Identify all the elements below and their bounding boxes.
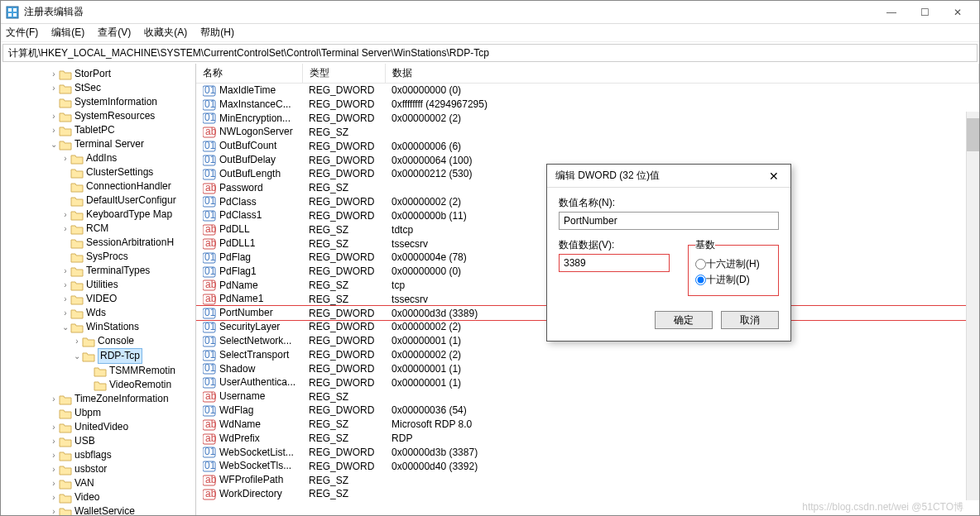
svg-text:011: 011 bbox=[204, 266, 216, 277]
svg-text:011: 011 bbox=[204, 405, 216, 416]
svg-text:011: 011 bbox=[204, 99, 216, 110]
menu-help[interactable]: 帮助(H) bbox=[200, 26, 234, 40]
svg-rect-1 bbox=[8, 8, 12, 12]
table-row[interactable]: 011UserAuthentica...REG_DWORD0x00000001 … bbox=[196, 375, 979, 389]
table-row[interactable]: 011MaxIdleTimeREG_DWORD0x00000000 (0) bbox=[196, 84, 979, 98]
tree-item[interactable]: ›TimeZoneInformation bbox=[14, 392, 195, 406]
tree-item[interactable]: ClusterSettings bbox=[14, 165, 195, 179]
table-row[interactable]: 011SelectTransportREG_DWORD0x00000002 (2… bbox=[196, 348, 979, 362]
svg-text:011: 011 bbox=[204, 196, 216, 207]
tree-item[interactable]: ›UnitedVideo bbox=[14, 420, 195, 434]
table-row[interactable]: 011MaxInstanceC...REG_DWORD0xffffffff (4… bbox=[196, 98, 979, 112]
vertical-scrollbar[interactable] bbox=[966, 112, 979, 500]
tree-item[interactable]: VideoRemotin bbox=[14, 378, 195, 392]
value-name-input[interactable] bbox=[559, 212, 779, 230]
svg-text:ab: ab bbox=[205, 280, 216, 290]
tree-item[interactable]: ⌄RDP-Tcp bbox=[14, 348, 195, 364]
tree-item[interactable]: ›StorPort bbox=[14, 67, 195, 81]
svg-text:011: 011 bbox=[204, 363, 216, 374]
table-row[interactable]: abWdPrefixREG_SZRDP bbox=[196, 432, 979, 446]
tree-item[interactable]: ›AddIns bbox=[14, 151, 195, 165]
svg-text:ab: ab bbox=[205, 183, 216, 194]
tree-item[interactable]: ›Console bbox=[14, 334, 195, 348]
value-data-input[interactable] bbox=[559, 254, 670, 272]
radio-dec[interactable]: 十进制(D) bbox=[695, 273, 771, 287]
address-text: 计算机\HKEY_LOCAL_MACHINE\SYSTEM\CurrentCon… bbox=[8, 46, 489, 60]
tree-item[interactable]: ›usbflags bbox=[14, 448, 195, 462]
value-data-label: 数值数据(V): bbox=[559, 238, 670, 252]
svg-text:ab: ab bbox=[205, 238, 216, 249]
tree-item[interactable]: ConnectionHandler bbox=[14, 179, 195, 194]
tree-item[interactable]: SysProcs bbox=[14, 250, 195, 264]
menu-file[interactable]: 文件(F) bbox=[6, 26, 38, 40]
titlebar[interactable]: 注册表编辑器 — ☐ ✕ bbox=[1, 1, 979, 24]
table-row[interactable]: abNWLogonServerREG_SZ bbox=[196, 125, 979, 139]
tree-item[interactable]: DefaultUserConfigur bbox=[14, 194, 195, 208]
table-row[interactable]: 011WebSocketTls...REG_DWORD0x00000d40 (3… bbox=[196, 459, 979, 473]
tree-item[interactable]: ›usbstor bbox=[14, 462, 195, 476]
table-row[interactable]: 011MinEncryption...REG_DWORD0x00000002 (… bbox=[196, 112, 979, 126]
tree-item[interactable]: TSMMRemotin bbox=[14, 364, 195, 378]
table-row[interactable]: abWFProfilePathREG_SZ bbox=[196, 473, 979, 487]
tree-item[interactable]: ›KeyboardType Map bbox=[14, 208, 195, 222]
dialog-close-icon[interactable]: ✕ bbox=[766, 170, 782, 183]
col-name[interactable]: 名称 bbox=[196, 64, 302, 84]
cancel-button[interactable]: 取消 bbox=[721, 311, 779, 329]
close-button[interactable]: ✕ bbox=[941, 7, 974, 18]
svg-text:ab: ab bbox=[205, 475, 216, 485]
svg-text:ab: ab bbox=[205, 419, 216, 430]
svg-rect-3 bbox=[8, 13, 12, 17]
table-row[interactable]: 011WebSocketList...REG_DWORD0x00000d3b (… bbox=[196, 446, 979, 460]
maximize-button[interactable]: ☐ bbox=[908, 7, 941, 18]
menu-fav[interactable]: 收藏夹(A) bbox=[144, 26, 187, 40]
table-row[interactable]: abUsernameREG_SZ bbox=[196, 389, 979, 404]
col-type[interactable]: 类型 bbox=[302, 64, 385, 84]
tree-item[interactable]: ›USB bbox=[14, 434, 195, 448]
value-name-label: 数值名称(N): bbox=[559, 196, 779, 210]
tree-item[interactable]: ›RCM bbox=[14, 222, 195, 236]
table-row[interactable]: 011WdFlagREG_DWORD0x00000036 (54) bbox=[196, 404, 979, 418]
tree-item[interactable]: Ubpm bbox=[14, 406, 195, 420]
tree-item[interactable]: ›SystemResources bbox=[14, 109, 195, 123]
tree-item[interactable]: ›Wds bbox=[14, 306, 195, 320]
base-legend: 基数 bbox=[695, 238, 715, 252]
tree-item[interactable]: ›VIDEO bbox=[14, 292, 195, 306]
registry-editor-window: 注册表编辑器 — ☐ ✕ 文件(F) 编辑(E) 查看(V) 收藏夹(A) 帮助… bbox=[0, 0, 980, 516]
dialog-titlebar[interactable]: 编辑 DWORD (32 位)值 ✕ bbox=[547, 165, 790, 188]
svg-text:ab: ab bbox=[205, 391, 216, 402]
tree-item[interactable]: ›TerminalTypes bbox=[14, 264, 195, 278]
table-row[interactable]: 011ShadowREG_DWORD0x00000001 (1) bbox=[196, 362, 979, 376]
registry-tree[interactable]: ›StorPort›StSecSystemInformation›SystemR… bbox=[1, 64, 196, 515]
svg-text:011: 011 bbox=[204, 210, 216, 221]
menu-edit[interactable]: 编辑(E) bbox=[51, 26, 84, 40]
col-data[interactable]: 数据 bbox=[385, 64, 978, 84]
table-row[interactable]: abWdNameREG_SZMicrosoft RDP 8.0 bbox=[196, 418, 979, 432]
radio-hex[interactable]: 十六进制(H) bbox=[695, 257, 771, 271]
tree-item[interactable]: ›Utilities bbox=[14, 278, 195, 292]
tree-item[interactable]: ›StSec bbox=[14, 81, 195, 95]
table-row[interactable]: 011OutBufCountREG_DWORD0x00000006 (6) bbox=[196, 139, 979, 153]
ok-button[interactable]: 确定 bbox=[655, 311, 713, 329]
tree-item[interactable]: SessionArbitrationH bbox=[14, 236, 195, 250]
table-row[interactable]: abWorkDirectoryREG_SZ bbox=[196, 487, 979, 501]
svg-text:011: 011 bbox=[204, 322, 216, 332]
svg-text:ab: ab bbox=[205, 224, 216, 235]
minimize-button[interactable]: — bbox=[875, 7, 908, 18]
svg-text:011: 011 bbox=[204, 169, 216, 179]
menubar: 文件(F) 编辑(E) 查看(V) 收藏夹(A) 帮助(H) bbox=[1, 24, 979, 42]
svg-text:011: 011 bbox=[204, 85, 216, 96]
tree-item[interactable]: ⌄Terminal Server bbox=[14, 137, 195, 151]
menu-view[interactable]: 查看(V) bbox=[98, 26, 131, 40]
svg-text:ab: ab bbox=[205, 433, 216, 444]
address-bar[interactable]: 计算机\HKEY_LOCAL_MACHINE\SYSTEM\CurrentCon… bbox=[2, 44, 978, 62]
edit-dword-dialog: 编辑 DWORD (32 位)值 ✕ 数值名称(N): 数值数据(V): 基数 … bbox=[546, 164, 791, 342]
tree-item[interactable]: SystemInformation bbox=[14, 95, 195, 109]
tree-item[interactable]: ›Video bbox=[14, 490, 195, 504]
tree-item[interactable]: ›TabletPC bbox=[14, 123, 195, 137]
base-fieldset: 基数 十六进制(H) 十进制(D) bbox=[688, 238, 779, 296]
tree-item[interactable]: ⌄WinStations bbox=[14, 320, 195, 334]
tree-item[interactable]: ›WalletService bbox=[14, 504, 195, 515]
tree-item[interactable]: ›VAN bbox=[14, 476, 195, 490]
svg-text:011: 011 bbox=[204, 461, 216, 471]
svg-text:011: 011 bbox=[204, 308, 216, 318]
